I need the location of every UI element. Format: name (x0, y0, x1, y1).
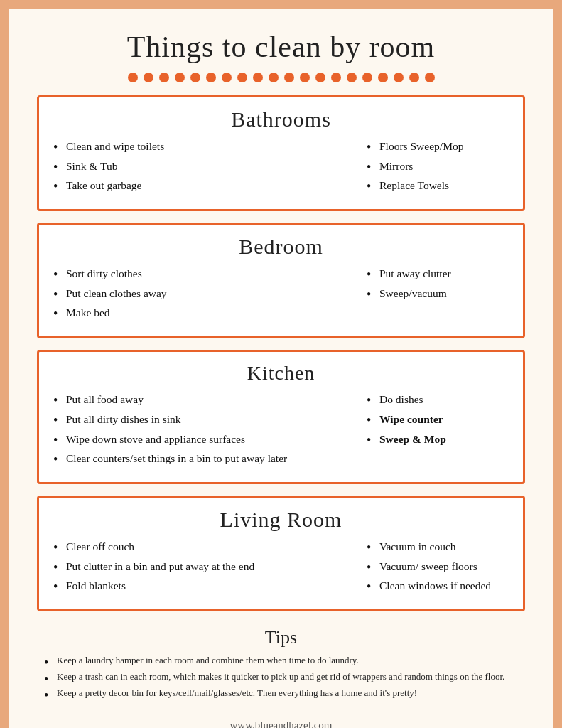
list-item: Do dishes (367, 392, 509, 407)
list-item: Clear off couch (53, 539, 367, 555)
website-url: www.blueandhazel.com (37, 719, 525, 729)
dot-divider (37, 73, 525, 82)
list-item: Vacuum/ sweep floors (367, 559, 509, 574)
dot (269, 73, 279, 82)
bathrooms-left-list: Clean and wipe toilets Sink & Tub Take o… (53, 139, 367, 193)
dot (159, 73, 169, 82)
list-item: Put away clutter (367, 266, 509, 282)
bathrooms-title: Bathrooms (53, 107, 509, 132)
bedroom-right-col: Put away clutter Sweep/vacuum (367, 266, 509, 325)
dot (206, 73, 216, 82)
dot (175, 73, 185, 82)
bathrooms-left-col: Clean and wipe toilets Sink & Tub Take o… (53, 139, 367, 198)
kitchen-section: Kitchen Put all food away Put all dirty … (37, 350, 525, 484)
bathrooms-right-col: Floors Sweep/Mop Mirrors Replace Towels (367, 139, 509, 198)
list-item: Put clean clothes away (53, 286, 367, 301)
bedroom-left-col: Sort dirty clothes Put clean clothes awa… (53, 266, 367, 325)
dot (347, 73, 357, 82)
kitchen-content: Put all food away Put all dirty dishes i… (53, 392, 509, 471)
dot (222, 73, 232, 82)
list-item: Sort dirty clothes (53, 266, 367, 282)
bedroom-title: Bedroom (53, 235, 509, 259)
dot (128, 73, 138, 82)
list-item: Put clutter in a bin and put away at the… (53, 559, 367, 574)
list-item: Clean and wipe toilets (53, 139, 367, 154)
tips-title: Tips (44, 627, 518, 648)
dot (284, 73, 294, 82)
dot (144, 73, 153, 82)
list-item: Make bed (53, 305, 367, 321)
list-item: Take out garbage (53, 178, 367, 193)
dot (190, 73, 200, 82)
kitchen-title: Kitchen (53, 362, 509, 385)
list-item: Replace Towels (367, 178, 509, 193)
tips-list: Keep a laundry hamper in each room and c… (44, 654, 518, 700)
living-room-left-col: Clear off couch Put clutter in a bin and… (53, 539, 367, 598)
bedroom-section: Bedroom Sort dirty clothes Put clean clo… (37, 223, 525, 338)
bathrooms-right-list: Floors Sweep/Mop Mirrors Replace Towels (367, 139, 509, 193)
dot (394, 73, 404, 82)
tip-item: Keep a laundry hamper in each room and c… (44, 654, 518, 667)
list-item: Fold blankets (53, 578, 367, 594)
kitchen-right-col: Do dishes Wipe counter Sweep & Mop (367, 392, 509, 471)
dot (315, 73, 325, 82)
page-container: Things to clean by room Bathrooms Clean … (0, 0, 562, 728)
kitchen-left-list: Put all food away Put all dirty dishes i… (53, 392, 367, 466)
bedroom-content: Sort dirty clothes Put clean clothes awa… (53, 266, 509, 325)
living-room-right-col: Vacuum in couch Vacuum/ sweep floors Cle… (367, 539, 509, 598)
dot (300, 73, 310, 82)
main-title: Things to clean by room (37, 30, 525, 64)
list-item: Vacuum in couch (367, 539, 509, 555)
list-item: Put all food away (53, 392, 367, 407)
tips-section: Tips Keep a laundry hamper in each room … (37, 623, 525, 711)
dot (378, 73, 388, 82)
living-room-left-list: Clear off couch Put clutter in a bin and… (53, 539, 367, 594)
bathrooms-content: Clean and wipe toilets Sink & Tub Take o… (53, 139, 509, 198)
tip-item: Keep a pretty decor bin for keys/cell/ma… (44, 687, 518, 700)
dot (409, 73, 419, 82)
list-item: Sweep & Mop (367, 432, 509, 447)
bedroom-left-list: Sort dirty clothes Put clean clothes awa… (53, 266, 367, 321)
list-item: Wipe counter (367, 412, 509, 427)
list-item: Sink & Tub (53, 159, 367, 174)
list-item: Put all dirty dishes in sink (53, 412, 367, 427)
dot (237, 73, 247, 82)
bedroom-right-list: Put away clutter Sweep/vacuum (367, 266, 509, 301)
list-item: Clear counters/set things in a bin to pu… (53, 451, 367, 466)
dot (425, 73, 435, 82)
living-room-content: Clear off couch Put clutter in a bin and… (53, 539, 509, 598)
dot (331, 73, 341, 82)
list-item: Wipe down stove and appliance surfaces (53, 432, 367, 447)
kitchen-left-col: Put all food away Put all dirty dishes i… (53, 392, 367, 471)
list-item: Sweep/vacuum (367, 286, 509, 301)
bathrooms-section: Bathrooms Clean and wipe toilets Sink & … (37, 95, 525, 211)
list-item: Floors Sweep/Mop (367, 139, 509, 154)
living-room-title: Living Room (53, 508, 509, 532)
living-room-section: Living Room Clear off couch Put clutter … (37, 496, 525, 611)
list-item: Mirrors (367, 159, 509, 174)
dot (253, 73, 263, 82)
kitchen-right-list: Do dishes Wipe counter Sweep & Mop (367, 392, 509, 446)
tip-item: Keep a trash can in each room, which mak… (44, 670, 518, 683)
dot (362, 73, 372, 82)
living-room-right-list: Vacuum in couch Vacuum/ sweep floors Cle… (367, 539, 509, 594)
list-item: Clean windows if needed (367, 578, 509, 594)
